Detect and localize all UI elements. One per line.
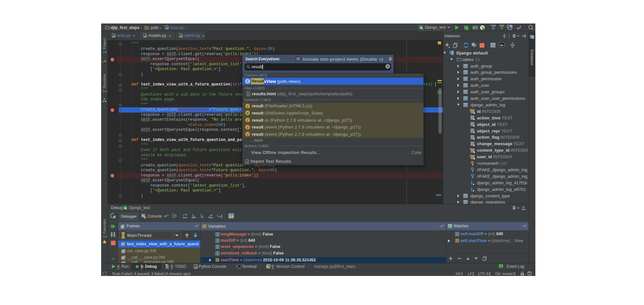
svg-text:01: 01 bbox=[216, 241, 218, 243]
svg-text:01: 01 bbox=[216, 247, 218, 249]
svg-text:VCS: VCS bbox=[499, 24, 504, 27]
svg-text:VCS: VCS bbox=[491, 24, 496, 27]
svg-text:C: C bbox=[246, 80, 249, 83]
svg-text:1: 1 bbox=[503, 267, 504, 269]
svg-text:h: h bbox=[248, 93, 250, 96]
svg-text:dj: dj bbox=[124, 206, 126, 209]
svg-text:01: 01 bbox=[216, 235, 218, 236]
svg-text:01: 01 bbox=[456, 234, 458, 236]
svg-text:01: 01 bbox=[216, 253, 218, 255]
svg-text:v: v bbox=[247, 111, 249, 115]
